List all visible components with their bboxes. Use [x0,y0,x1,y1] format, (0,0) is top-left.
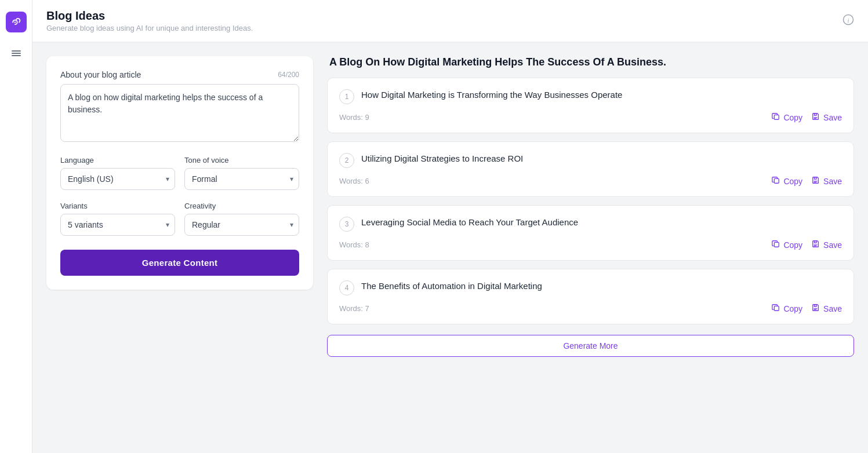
language-label: Language [60,156,175,165]
language-select-wrapper: English (US) English (UK) Spanish French… [60,168,175,190]
language-tone-row: Language English (US) English (UK) Spani… [60,156,299,190]
save-icon [812,112,820,122]
copy-icon [772,240,780,250]
generate-content-button[interactable]: Generate Content [60,250,299,276]
main-area: Blog Ideas Generate blog ideas using AI … [32,0,868,453]
variants-label: Variants [60,202,175,210]
page-title: Blog Ideas [46,9,253,23]
header-left: Blog Ideas Generate blog ideas using AI … [46,9,253,32]
result-actions: Copy Save [772,176,842,186]
svg-rect-2 [12,53,21,54]
result-actions: Copy Save [772,304,842,313]
save-button[interactable]: Save [812,176,842,186]
result-number: 1 [339,89,354,104]
result-header: 4 The Benefits of Automation in Digital … [339,280,842,295]
info-icon[interactable]: i [842,14,854,28]
result-header: 1 How Digital Marketing is Transforming … [339,89,842,104]
result-text: The Benefits of Automation in Digital Ma… [361,280,842,292]
tone-group: Tone of voice Formal Casual Friendly Pro… [184,156,299,190]
form-card: About your blog article 64/200 Language … [46,56,313,290]
result-header: 3 Leveraging Social Media to Reach Your … [339,216,842,232]
copy-button[interactable]: Copy [772,176,802,186]
copy-icon [772,304,780,313]
svg-rect-3 [12,55,21,56]
copy-button[interactable]: Copy [772,112,802,122]
copy-button[interactable]: Copy [772,240,802,250]
blog-description-input[interactable] [60,84,299,142]
save-button[interactable]: Save [812,112,842,122]
words-count: Words: 9 [339,113,369,122]
result-footer: Words: 9 Copy [339,112,842,122]
svg-rect-6 [775,115,779,119]
result-header: 2 Utilizing Digital Strategies to Increa… [339,152,842,168]
svg-rect-12 [775,306,779,310]
copy-button[interactable]: Copy [772,304,802,313]
save-button[interactable]: Save [812,240,842,250]
language-group: Language English (US) English (UK) Spani… [60,156,175,190]
tone-label: Tone of voice [184,156,299,165]
variants-creativity-row: Variants 1 variant 2 variants 3 variants… [60,202,299,236]
svg-rect-11 [814,241,816,243]
result-text: Utilizing Digital Strategies to Increase… [361,152,842,165]
creativity-select[interactable]: Low Regular High Maximum [184,214,299,236]
svg-rect-7 [814,114,816,116]
result-number: 2 [339,153,354,168]
words-count: Words: 7 [339,304,369,313]
content-area: About your blog article 64/200 Language … [32,42,868,453]
menu-icon[interactable] [7,44,26,65]
svg-point-0 [14,21,16,23]
variants-group: Variants 1 variant 2 variants 3 variants… [60,202,175,236]
result-text: How Digital Marketing is Transforming th… [361,89,842,101]
svg-text:i: i [847,16,849,23]
result-number: 4 [339,280,354,295]
creativity-label: Creativity [184,202,299,210]
creativity-select-wrapper: Low Regular High Maximum ▾ [184,214,299,236]
result-number: 3 [339,217,354,232]
page-subtitle: Generate blog ideas using AI for unique … [46,24,253,32]
save-icon [812,176,820,186]
variants-select-wrapper: 1 variant 2 variants 3 variants 4 varian… [60,214,175,236]
result-footer: Words: 8 Copy [339,240,842,250]
copy-icon [772,176,780,186]
app-logo [6,12,27,32]
textarea-label: About your blog article [60,70,141,79]
svg-rect-8 [775,178,779,183]
save-button[interactable]: Save [812,304,842,313]
creativity-group: Creativity Low Regular High Maximum ▾ [184,202,299,236]
header: Blog Ideas Generate blog ideas using AI … [32,0,868,42]
generate-more-button[interactable]: Generate More [327,335,854,357]
tone-select-wrapper: Formal Casual Friendly Professional Humo… [184,168,299,190]
svg-rect-13 [814,305,816,307]
svg-rect-10 [775,242,779,247]
variants-select[interactable]: 1 variant 2 variants 3 variants 4 varian… [60,214,175,236]
sidebar [0,0,32,453]
result-actions: Copy Save [772,112,842,122]
copy-icon [772,112,780,122]
save-icon [812,304,820,313]
words-count: Words: 8 [339,240,369,249]
result-card: 2 Utilizing Digital Strategies to Increa… [327,141,854,197]
result-text: Leveraging Social Media to Reach Your Ta… [361,216,842,228]
result-actions: Copy Save [772,240,842,250]
left-panel: About your blog article 64/200 Language … [46,56,313,439]
tone-select[interactable]: Formal Casual Friendly Professional Humo… [184,168,299,190]
result-card: 3 Leveraging Social Media to Reach Your … [327,205,854,261]
results-title: A Blog On How Digital Marketing Helps Th… [327,56,854,68]
right-panel: A Blog On How Digital Marketing Helps Th… [327,56,854,439]
save-icon [812,240,820,250]
char-count: 64/200 [278,71,299,79]
svg-rect-9 [814,177,816,180]
result-footer: Words: 6 Copy [339,176,842,186]
result-card: 1 How Digital Marketing is Transforming … [327,78,854,133]
results-container: 1 How Digital Marketing is Transforming … [327,78,854,333]
words-count: Words: 6 [339,177,369,185]
textarea-label-row: About your blog article 64/200 [60,70,299,79]
svg-rect-1 [12,50,21,52]
language-select[interactable]: English (US) English (UK) Spanish French… [60,168,175,190]
result-card: 4 The Benefits of Automation in Digital … [327,269,854,324]
result-footer: Words: 7 Copy [339,304,842,313]
